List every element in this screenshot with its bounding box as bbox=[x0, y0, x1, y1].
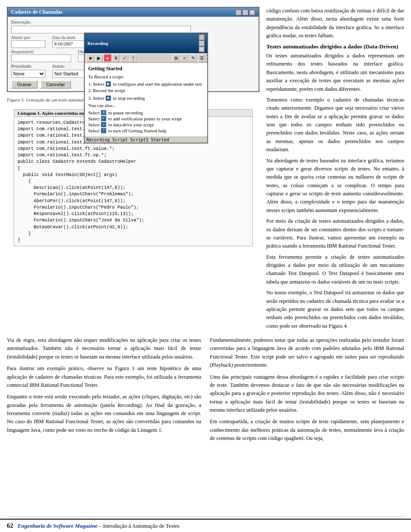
left-article-col: Via de regra, esta abordagem não requer … bbox=[7, 336, 201, 446]
data-abertura-value: 9/16/2007 bbox=[52, 40, 86, 48]
select2-icon: ✓ bbox=[101, 116, 106, 121]
form-window-buttons[interactable]: _ □ ✕ bbox=[235, 9, 255, 15]
prioridade-label: Prioridade: bbox=[11, 63, 45, 69]
data-abertura-group: Data da abert. 9/16/2007 bbox=[52, 35, 86, 48]
select4b-text: to turn off Getting Started help bbox=[108, 128, 167, 133]
close-btn[interactable]: ✕ bbox=[249, 9, 255, 15]
select4-text: Select bbox=[88, 128, 100, 133]
select1b-text: to pause recording bbox=[108, 110, 143, 115]
descricao-label: Descrição: bbox=[11, 19, 31, 24]
listing-title: Listagem 1. bbox=[18, 111, 41, 116]
footer-magazine: Engenharia de Software Magazine – Introd… bbox=[18, 523, 179, 529]
recording-window: Recording _ □ ✕ ■ ▶ ● ⏸ ✓ ? bbox=[84, 33, 208, 143]
middle-para3: Em contrapartida, a criação de muitos sc… bbox=[210, 418, 404, 442]
recording-win-buttons[interactable]: _ □ ✕ bbox=[199, 34, 205, 52]
footer-page-number: 62 bbox=[7, 522, 13, 529]
right-para3: Tomemos como exemplo o cadastro de chama… bbox=[266, 96, 404, 154]
rec-step3: 3. Select ■ to stop recording bbox=[88, 96, 204, 101]
article-body: Via de regra, esta abordagem não requer … bbox=[0, 336, 411, 450]
step3-text: 3. Select bbox=[88, 96, 104, 101]
step1-icon: ▶ bbox=[106, 81, 111, 87]
responsavel-value bbox=[11, 54, 71, 62]
right-heading: Testes automatizados dirigidos a dados (… bbox=[266, 43, 404, 51]
rec-select2: Select ✓ to add verification points to y… bbox=[88, 116, 204, 121]
getting-started-title: Getting Started bbox=[88, 66, 204, 72]
tb-verify-btn[interactable]: ✓ bbox=[121, 54, 128, 62]
descricao-row: Descrição: bbox=[11, 19, 255, 24]
tb-grid-btn[interactable]: ⊞ bbox=[172, 54, 180, 62]
recording-toolbar: ■ ▶ ● ⏸ ✓ ? ⊞ ≡ ✎ ☰ bbox=[85, 53, 207, 63]
footer-separator bbox=[7, 517, 404, 517]
select3-text: Select bbox=[88, 122, 100, 127]
aberto-por-label: Aberto por: bbox=[11, 35, 45, 40]
rec-select4: Select ? to turn off Getting Started hel… bbox=[88, 128, 204, 133]
tb-rec-btn[interactable]: ● bbox=[104, 54, 111, 62]
rec-minimize-btn[interactable]: _ bbox=[199, 34, 205, 40]
rec-select1: Select ⏸ to pause recording bbox=[88, 110, 204, 115]
rec-step1: 1. Select ▶ to configure and start the a… bbox=[88, 81, 204, 87]
left-para1: Via de regra, esta abordagem não requer … bbox=[7, 336, 201, 361]
minimize-btn[interactable]: _ bbox=[235, 9, 241, 15]
tb-props-btn[interactable]: ≡ bbox=[181, 54, 188, 62]
select1-icon: ⏸ bbox=[101, 110, 106, 115]
tb-layout-btn[interactable]: ☰ bbox=[198, 54, 206, 62]
gravar-button[interactable]: Gravar bbox=[11, 80, 38, 89]
prioridade-col: Prioridade: None bbox=[11, 63, 45, 78]
responsavel-group: Responsável: bbox=[11, 49, 71, 62]
step3b-text: to stop recording bbox=[113, 96, 145, 101]
right-para1: código confuso com baixa reutilização de… bbox=[266, 7, 404, 40]
aberto-por-value bbox=[11, 40, 45, 48]
step3-icon: ■ bbox=[106, 96, 111, 101]
recording-title: Recording bbox=[87, 41, 108, 46]
cancelar-button[interactable]: Cancelar bbox=[40, 80, 71, 89]
to-record-label: To Record a script: bbox=[88, 74, 204, 80]
left-para2: Para ilustrar um exemplo prático, observ… bbox=[7, 365, 201, 389]
tb-help-btn[interactable]: ? bbox=[129, 54, 137, 62]
form-title-bar: Cadastro de Chamadas _ □ ✕ bbox=[8, 8, 259, 17]
middle-para2: Uma das principais vantagens dessa abord… bbox=[210, 373, 404, 415]
right-para5: Por meio da criação de testes automatiza… bbox=[266, 217, 404, 251]
middle-article-col: Fundamentalmente, podemos notar que toda… bbox=[210, 336, 404, 446]
tb-edit-btn[interactable]: ✎ bbox=[189, 54, 197, 62]
tb-stop-btn[interactable]: ■ bbox=[86, 54, 94, 62]
select2-text: Select bbox=[88, 116, 100, 121]
footer: 62 Engenharia de Software Magazine – Int… bbox=[0, 519, 411, 532]
recording-content: Getting Started To Record a script: 1. S… bbox=[85, 63, 207, 137]
tb-pause-btn[interactable]: ⏸ bbox=[112, 54, 120, 62]
select3-icon: ≡ bbox=[101, 122, 106, 127]
recording-title-bar: Recording _ □ ✕ bbox=[85, 33, 207, 53]
form-title: Cadastro de Chamadas bbox=[11, 9, 63, 15]
rec-restore-btn[interactable]: □ bbox=[199, 40, 205, 46]
tb-run-btn[interactable]: ▶ bbox=[95, 54, 103, 62]
step1-text: 1. Select bbox=[88, 81, 104, 87]
right-para2: Os testes automatizados dirigidos a dado… bbox=[266, 52, 404, 93]
select3b-text: to data-drive your script bbox=[108, 122, 154, 127]
data-abertura-label: Data da abert. bbox=[52, 35, 86, 40]
right-para6: Esta ferramenta permite a criação de tes… bbox=[266, 253, 404, 287]
rec-close-btn[interactable]: ✕ bbox=[199, 46, 205, 52]
footer-magazine-name: Engenharia de Software Magazine bbox=[18, 523, 98, 529]
left-para3: Enquanto o teste está sendo executado pe… bbox=[7, 393, 201, 434]
prioridade-select[interactable]: None bbox=[11, 70, 45, 78]
middle-para1: Fundamentalmente, podemos notar que toda… bbox=[210, 336, 404, 370]
you-can-also: You can also... bbox=[88, 102, 204, 109]
select4-icon: ? bbox=[101, 128, 106, 133]
right-article: código confuso com baixa reutilização de… bbox=[266, 7, 404, 333]
aberto-por-group: Aberto por: bbox=[11, 35, 45, 48]
right-para7: No nosso exemplo, o Test Datapool irá ar… bbox=[266, 289, 404, 330]
rec-select3: Select ≡ to data-drive your script bbox=[88, 122, 204, 127]
recording-status: Recording Script Script1 Started bbox=[85, 137, 207, 143]
footer-subtitle: – Introdução à Automação de Testes bbox=[99, 523, 179, 529]
right-para4: Na abordagem de testes baseados na inter… bbox=[266, 157, 404, 215]
select1-text: Select bbox=[88, 110, 100, 115]
rec-step2: 2. Record the script bbox=[88, 87, 204, 94]
step1b-text: to configure and start the application u… bbox=[113, 81, 202, 87]
responsavel-label: Responsável: bbox=[11, 49, 71, 54]
select2b-text: to add verification points to your scrip… bbox=[108, 116, 182, 121]
maximize-btn[interactable]: □ bbox=[242, 9, 248, 15]
